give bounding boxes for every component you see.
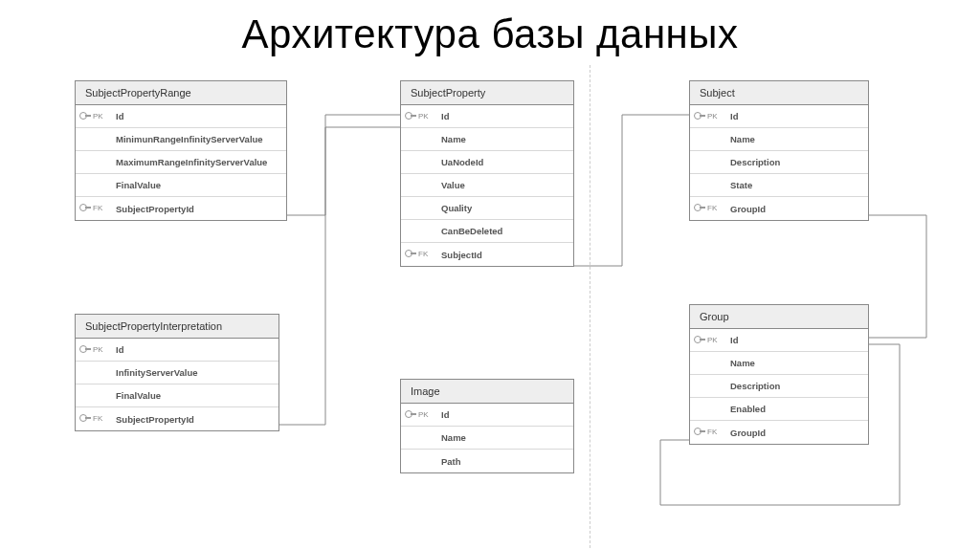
key-icon: [696, 336, 705, 345]
field-name: Description: [730, 157, 780, 167]
field-name: GroupId: [730, 428, 766, 438]
field-row: FK SubjectId: [401, 243, 573, 266]
field-row: FK SubjectPropertyId: [76, 407, 278, 430]
field-row: FK GroupId: [690, 197, 868, 220]
field-row: PK Id: [76, 105, 286, 128]
entity-header: SubjectProperty: [401, 81, 573, 105]
field-name: Id: [441, 111, 449, 121]
field-name: GroupId: [730, 204, 766, 214]
key-icon: [696, 428, 705, 437]
field-row: UaNodeId: [401, 151, 573, 174]
diagram-canvas: SubjectPropertyRange PK Id MinimunRangeI…: [0, 65, 980, 549]
field-name: MinimunRangeInfinityServerValue: [116, 134, 263, 144]
field-row: Name: [690, 352, 868, 375]
field-name: SubjectPropertyId: [116, 414, 194, 425]
entity-header: Group: [690, 305, 868, 329]
field-row: State: [690, 174, 868, 197]
entity-subject-property-range: SubjectPropertyRange PK Id MinimunRangeI…: [75, 80, 287, 221]
field-name: Name: [730, 134, 755, 144]
field-name: Enabled: [730, 404, 766, 414]
key-icon: [81, 112, 91, 121]
field-name: Value: [441, 180, 465, 190]
field-row: FK GroupId: [690, 421, 868, 444]
field-row: PK Id: [76, 339, 278, 362]
field-row: PK Id: [690, 105, 868, 128]
entity-header: Image: [401, 380, 573, 404]
field-name: FinalValue: [116, 390, 161, 401]
entity-image: Image PK Id Name Path: [400, 379, 574, 473]
key-icon: [696, 112, 705, 121]
field-name: SubjectPropertyId: [116, 204, 194, 214]
field-row: Path: [401, 450, 573, 472]
entity-header: SubjectPropertyInterpretation: [76, 315, 278, 339]
field-row: FinalValue: [76, 174, 286, 197]
field-row: FK SubjectPropertyId: [76, 197, 286, 220]
key-icon: [81, 345, 91, 355]
key-icon: [81, 414, 91, 424]
field-name: Name: [441, 134, 466, 144]
field-name: Quality: [441, 203, 472, 213]
field-name: Id: [730, 111, 738, 121]
key-icon: [407, 112, 416, 121]
field-name: Description: [730, 381, 780, 391]
field-row: Quality: [401, 197, 573, 220]
field-name: InfinityServerValue: [116, 367, 198, 378]
page-title: Архитектура базы данных: [0, 0, 980, 65]
field-row: Name: [401, 128, 573, 151]
field-row: Enabled: [690, 398, 868, 421]
field-name: Id: [730, 335, 738, 345]
entity-subject-property: SubjectProperty PK Id Name UaNodeId Valu…: [400, 80, 574, 267]
field-row: MaximumRangeInfinityServerValue: [76, 151, 286, 174]
key-icon: [407, 250, 416, 259]
key-icon: [696, 204, 705, 213]
field-name: CanBeDeleted: [441, 226, 502, 236]
field-name: FinalValue: [116, 180, 161, 190]
field-name: Name: [441, 432, 466, 443]
field-name: Id: [116, 111, 123, 121]
field-name: Path: [441, 456, 461, 467]
field-row: PK Id: [401, 404, 573, 427]
field-row: FinalValue: [76, 384, 278, 407]
field-name: State: [730, 180, 752, 190]
field-row: PK Id: [690, 329, 868, 352]
field-name: UaNodeId: [441, 157, 483, 167]
field-row: Description: [690, 375, 868, 398]
field-row: PK Id: [401, 105, 573, 128]
field-row: Name: [690, 128, 868, 151]
field-name: Id: [116, 344, 123, 355]
entity-subject-property-interpretation: SubjectPropertyInterpretation PK Id Infi…: [75, 314, 279, 431]
field-row: Name: [401, 427, 573, 450]
field-row: MinimunRangeInfinityServerValue: [76, 128, 286, 151]
field-row: Value: [401, 174, 573, 197]
key-icon: [407, 410, 416, 420]
field-row: CanBeDeleted: [401, 220, 573, 243]
field-name: SubjectId: [441, 250, 482, 260]
vertical-divider: [590, 65, 590, 549]
field-name: Id: [441, 409, 449, 420]
field-row: InfinityServerValue: [76, 362, 278, 384]
field-name: MaximumRangeInfinityServerValue: [116, 157, 267, 167]
entity-subject: Subject PK Id Name Description State FK …: [689, 80, 869, 221]
field-name: Name: [730, 358, 755, 368]
field-row: Description: [690, 151, 868, 174]
entity-header: Subject: [690, 81, 868, 105]
entity-group: Group PK Id Name Description Enabled FK …: [689, 304, 869, 445]
entity-header: SubjectPropertyRange: [76, 81, 286, 105]
key-icon: [81, 204, 91, 213]
